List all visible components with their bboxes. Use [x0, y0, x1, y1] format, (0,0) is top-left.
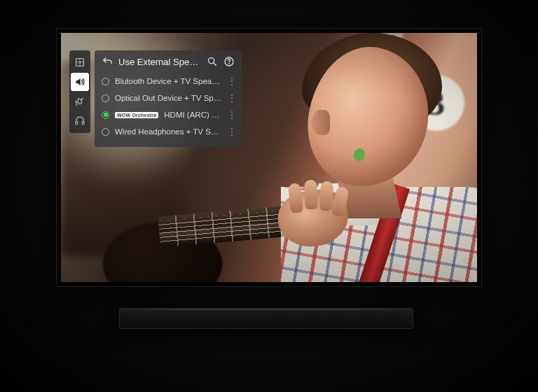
rail-picture-icon[interactable]: [71, 53, 89, 71]
more-options-icon[interactable]: ⋮: [228, 76, 235, 86]
wow-orchestra-badge: WOW Orchestra: [115, 112, 158, 118]
rail-sound-icon[interactable]: [71, 73, 89, 91]
soundbar-device: [119, 308, 413, 329]
option-label: HDMI (ARC) Devi…: [164, 111, 222, 119]
option-label: Wired Headphones + TV Sp…: [115, 127, 222, 136]
option-label: Optical Out Device + TV Sp…: [115, 94, 222, 102]
sound-output-panel: Use External Speak… Blutooth Device + TV…: [95, 50, 242, 147]
radio-icon: [102, 111, 109, 119]
rail-general-icon[interactable]: [71, 92, 89, 111]
settings-category-rail: [69, 50, 90, 133]
option-list: Blutooth Device + TV Spea…⋮Optical Out D…: [102, 73, 235, 140]
svg-point-1: [79, 62, 81, 64]
back-icon[interactable]: [102, 56, 113, 67]
sound-output-option[interactable]: Wired Headphones + TV Sp…⋮: [102, 123, 235, 140]
more-options-icon[interactable]: ⋮: [228, 93, 235, 103]
settings-osd: Use External Speak… Blutooth Device + TV…: [69, 50, 242, 147]
radio-icon: [102, 78, 109, 85]
tv-screen: Use External Speak… Blutooth Device + TV…: [61, 33, 477, 282]
more-options-icon[interactable]: ⋮: [228, 110, 235, 120]
radio-icon: [102, 128, 109, 136]
svg-point-6: [229, 64, 230, 64]
svg-rect-2: [76, 122, 78, 125]
sound-output-option[interactable]: Blutooth Device + TV Spea…⋮: [102, 73, 235, 90]
option-label: Blutooth Device + TV Spea…: [115, 77, 222, 85]
search-icon[interactable]: [207, 56, 218, 67]
panel-title: Use External Speak…: [118, 57, 201, 67]
more-options-icon[interactable]: ⋮: [228, 127, 235, 136]
sound-output-option[interactable]: Optical Out Device + TV Sp…⋮: [102, 90, 235, 106]
tv-frame: Use External Speak… Blutooth Device + TV…: [56, 28, 482, 287]
sound-output-option[interactable]: WOW OrchestraHDMI (ARC) Devi…⋮: [102, 106, 235, 123]
help-icon[interactable]: [223, 56, 235, 67]
rail-support-icon[interactable]: [71, 112, 89, 130]
radio-icon: [102, 94, 109, 102]
svg-rect-3: [82, 122, 84, 125]
